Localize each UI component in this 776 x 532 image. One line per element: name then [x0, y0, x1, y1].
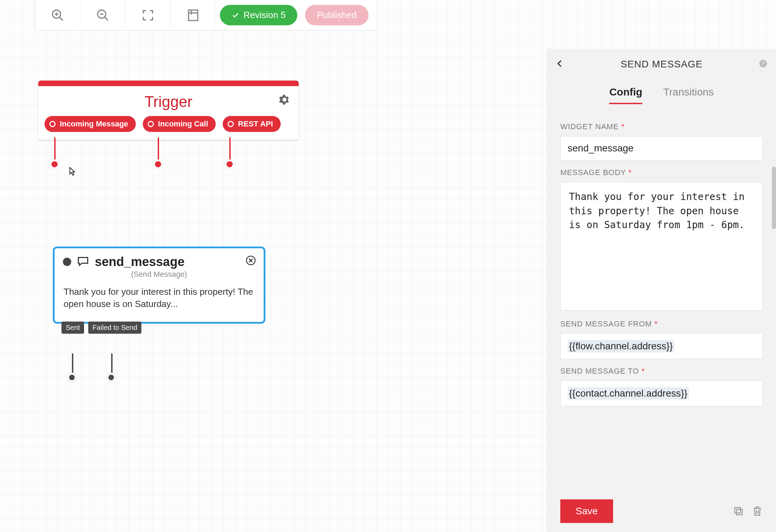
output-sent[interactable]: Sent — [61, 322, 84, 334]
zoom-out-icon — [96, 8, 110, 22]
connector-handle[interactable] — [154, 160, 163, 169]
widget-config-panel: SEND MESSAGE ? Config Transitions WIDGET… — [547, 49, 776, 532]
connector-handle[interactable] — [225, 160, 234, 169]
save-button[interactable]: Save — [560, 499, 613, 523]
trigger-accent-bar — [38, 81, 299, 86]
send-to-input[interactable]: {{contact.channel.address}} — [560, 381, 763, 406]
flow-canvas[interactable]: Revision 5 Published Trigger Incoming Me… — [0, 0, 776, 532]
widget-library-button[interactable] — [171, 0, 216, 30]
toolbar-status-group: Revision 5 Published — [216, 0, 377, 30]
fit-screen-button[interactable] — [125, 0, 171, 30]
panel-scrollbar[interactable] — [772, 167, 776, 229]
connector-line — [158, 138, 159, 162]
trigger-output-incoming-message[interactable]: Incoming Message — [44, 116, 136, 132]
gear-icon — [279, 94, 290, 106]
tab-config[interactable]: Config — [609, 86, 642, 104]
widget-delete-button[interactable] — [246, 255, 256, 267]
revision-label: Revision 5 — [243, 10, 286, 20]
widget-body-preview: Thank you for your interest in this prop… — [55, 279, 264, 322]
zoom-in-icon — [51, 8, 65, 22]
widget-name-input[interactable] — [560, 136, 763, 160]
canvas-toolbar: Revision 5 Published — [35, 0, 377, 31]
connector-ring-icon — [148, 121, 154, 127]
published-label: Published — [317, 10, 356, 20]
svg-line-5 — [105, 17, 108, 20]
connector-line — [54, 138, 56, 162]
connector-line — [111, 354, 113, 375]
connector-line — [72, 354, 73, 375]
svg-rect-7 — [188, 10, 198, 20]
revision-pill[interactable]: Revision 5 — [220, 5, 297, 25]
message-icon — [77, 255, 89, 269]
checkmark-icon — [232, 11, 239, 19]
trigger-title: Trigger — [145, 93, 192, 110]
label-widget-name: WIDGET NAME * — [560, 122, 763, 131]
svg-rect-15 — [737, 509, 742, 515]
widget-outputs-row: Sent Failed to Send — [61, 322, 141, 334]
zoom-out-button[interactable] — [80, 0, 125, 30]
cursor-pointer-icon — [67, 167, 77, 178]
svg-rect-16 — [735, 507, 740, 513]
svg-text:?: ? — [762, 60, 765, 66]
trigger-output-incoming-call[interactable]: Incoming Call — [143, 116, 216, 132]
connector-line — [229, 138, 231, 162]
chevron-left-icon — [555, 59, 564, 68]
send-message-widget[interactable]: send_message (Send Message) Thank you fo… — [53, 247, 265, 324]
send-from-input[interactable]: {{flow.channel.address}} — [560, 333, 763, 359]
trigger-widget[interactable]: Trigger Incoming Message Incoming Call R… — [38, 81, 299, 140]
panel-tabs: Config Transitions — [547, 80, 776, 104]
panel-help-button[interactable]: ? — [759, 59, 768, 69]
trigger-settings-button[interactable] — [279, 94, 290, 107]
widget-title: send_message — [95, 255, 184, 269]
published-pill[interactable]: Published — [305, 5, 368, 25]
fit-screen-icon — [141, 8, 155, 22]
label-send-from: SEND MESSAGE FROM * — [560, 319, 763, 329]
connector-handle[interactable] — [50, 160, 59, 169]
output-label: Sent — [66, 324, 80, 331]
tab-transitions[interactable]: Transitions — [663, 86, 714, 104]
trigger-outputs-row: Incoming Message Incoming Call REST API — [38, 116, 299, 140]
widget-library-icon — [186, 8, 200, 22]
label-send-to: SEND MESSAGE TO * — [560, 367, 763, 376]
output-failed[interactable]: Failed to Send — [88, 322, 141, 334]
panel-footer-icons — [733, 506, 763, 517]
connector-ring-icon — [49, 121, 56, 127]
connector-handle[interactable] — [67, 373, 76, 382]
label-message-body: MESSAGE BODY * — [560, 168, 763, 177]
connector-ring-icon — [228, 121, 234, 127]
duplicate-icon[interactable] — [733, 506, 744, 517]
trash-icon[interactable] — [752, 506, 763, 517]
panel-back-button[interactable] — [555, 59, 564, 69]
zoom-in-button[interactable] — [35, 0, 80, 30]
svg-line-1 — [59, 17, 63, 20]
message-body-textarea[interactable] — [560, 182, 763, 310]
output-label: Incoming Message — [60, 119, 128, 128]
connector-handle[interactable] — [107, 373, 116, 382]
close-circle-icon — [246, 255, 256, 266]
panel-header: SEND MESSAGE ? — [547, 49, 776, 80]
panel-footer: Save — [547, 492, 776, 532]
trigger-output-rest-api[interactable]: REST API — [223, 116, 281, 132]
help-icon: ? — [759, 59, 768, 68]
output-label: Incoming Call — [158, 119, 208, 128]
widget-status-dot — [63, 258, 71, 266]
panel-title: SEND MESSAGE — [620, 59, 702, 70]
output-label: REST API — [238, 119, 273, 128]
output-label: Failed to Send — [92, 324, 137, 331]
panel-form: WIDGET NAME * MESSAGE BODY * SEND MESSAG… — [547, 104, 776, 492]
